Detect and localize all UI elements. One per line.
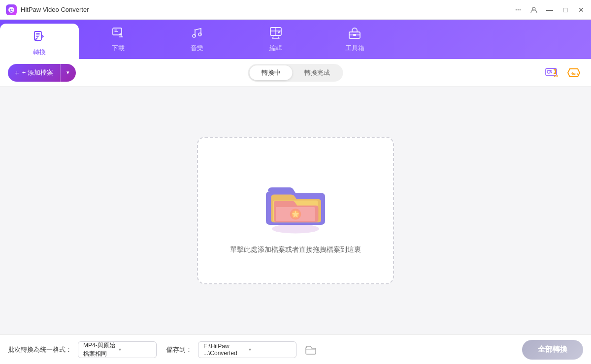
svg-rect-16 — [353, 34, 356, 36]
app-logo: C — [6, 4, 17, 15]
speed-icon[interactable]: 4on — [565, 64, 583, 82]
app-title: HitPaw Video Converter — [21, 6, 514, 13]
music-icon — [190, 26, 204, 42]
nav-tab-convert[interactable]: 轉換 — [0, 24, 79, 63]
plus-icon: + — [15, 68, 19, 77]
batch-convert-label: 批次轉換為統一格式： — [8, 345, 72, 354]
format-select[interactable]: MP4-與原始檔案相同 ▾ — [78, 341, 157, 358]
title-bar: C HitPaw Video Converter — □ ✕ — [0, 0, 591, 20]
svg-text:C: C — [10, 8, 13, 13]
svg-point-4 — [520, 9, 521, 10]
svg-point-18 — [547, 70, 550, 73]
tab-group: 轉換中 轉換完成 — [248, 64, 343, 82]
nav-label-toolbox: 工具箱 — [345, 44, 364, 53]
save-path-select[interactable]: E:\HitPaw ...\Converted ▾ — [198, 341, 296, 358]
window-controls: — □ ✕ — [514, 6, 585, 14]
menu-icon[interactable] — [514, 6, 522, 14]
nav-label-download: 下載 — [112, 44, 125, 53]
save-to-label: 儲存到： — [166, 345, 192, 354]
drop-zone[interactable]: 單擊此處添加檔案或者直接拖拽檔案到這裏 — [197, 137, 394, 284]
toolbar-right: on 4on — [544, 64, 583, 82]
convert-all-button[interactable]: 全部轉換 — [522, 340, 583, 360]
main-content: 單擊此處添加檔案或者直接拖拽檔案到這裏 — [0, 87, 591, 334]
svg-text:4on: 4on — [571, 71, 578, 76]
svg-point-22 — [272, 224, 319, 233]
convert-icon — [33, 30, 46, 46]
toolbar: + + 添加檔案 ▾ 轉換中 轉換完成 on 4on — [0, 59, 591, 87]
add-file-main[interactable]: + + 添加檔案 — [8, 64, 60, 82]
download-icon — [111, 26, 125, 42]
add-file-button[interactable]: + + 添加檔案 ▾ — [8, 64, 76, 82]
tab-converting[interactable]: 轉換中 — [250, 65, 293, 80]
format-dropdown-arrow: ▾ — [119, 347, 151, 352]
add-file-label: + 添加檔案 — [22, 68, 53, 77]
top-nav: 轉換 下載 音樂 — [0, 20, 591, 59]
add-file-dropdown-arrow[interactable]: ▾ — [60, 64, 76, 82]
svg-point-3 — [518, 9, 519, 10]
toolbox-icon — [348, 26, 361, 42]
nav-label-edit: 編輯 — [269, 44, 282, 53]
drop-zone-text: 單擊此處添加檔案或者直接拖拽檔案到這裏 — [230, 245, 361, 254]
open-folder-button[interactable] — [302, 341, 319, 358]
bottom-bar: 批次轉換為統一格式： MP4-與原始檔案相同 ▾ 儲存到： E:\HitPaw … — [0, 334, 591, 364]
svg-text:on: on — [554, 74, 558, 77]
ai-enhance-icon[interactable]: on — [544, 64, 561, 82]
close-button[interactable]: ✕ — [577, 6, 585, 14]
folder-illustration — [256, 167, 335, 236]
maximize-button[interactable]: □ — [561, 6, 569, 14]
user-icon[interactable] — [530, 6, 538, 14]
nav-tab-edit[interactable]: 編輯 — [236, 20, 315, 59]
nav-tab-toolbox[interactable]: 工具箱 — [315, 20, 394, 59]
format-value: MP4-與原始檔案相同 — [83, 341, 116, 358]
nav-label-music: 音樂 — [191, 44, 203, 53]
nav-tab-music[interactable]: 音樂 — [158, 20, 236, 59]
tab-converted[interactable]: 轉換完成 — [293, 65, 342, 80]
save-path-dropdown-arrow: ▾ — [249, 347, 291, 352]
svg-point-2 — [516, 9, 517, 10]
edit-icon — [269, 26, 283, 42]
save-path-value: E:\HitPaw ...\Converted — [203, 343, 246, 357]
minimize-button[interactable]: — — [546, 6, 554, 14]
nav-label-convert: 轉換 — [33, 48, 46, 57]
nav-tab-download[interactable]: 下載 — [79, 20, 158, 59]
